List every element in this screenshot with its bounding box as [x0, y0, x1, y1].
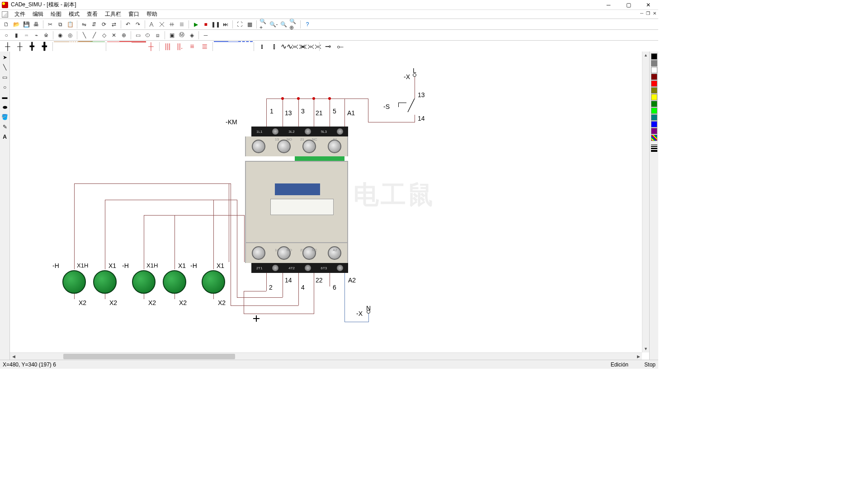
color-black[interactable]	[651, 53, 657, 60]
mdi-icon[interactable]	[2, 11, 8, 18]
comp-motor-icon[interactable]: Ⓜ	[177, 31, 186, 40]
conn-line-dash-icon[interactable]	[67, 42, 79, 52]
scroll-left-icon[interactable]: ◀	[10, 353, 17, 360]
color-teal[interactable]	[651, 114, 657, 121]
cut-icon[interactable]: ✂	[46, 20, 55, 29]
window-fit-icon[interactable]: ⛶	[235, 20, 244, 29]
scroll-up-icon[interactable]: ▲	[642, 52, 649, 59]
comp-filter-icon[interactable]: ※	[42, 31, 51, 40]
flip-v-icon[interactable]: ⇵	[90, 20, 99, 29]
flip-h-icon[interactable]: ⇋	[80, 20, 89, 29]
paint-icon[interactable]: 🪣	[1, 113, 9, 121]
stop-icon[interactable]: ■	[201, 20, 210, 29]
horizontal-scrollbar[interactable]: ◀ ▶	[10, 352, 642, 360]
menu-window[interactable]: 窗口	[125, 9, 143, 19]
menu-mode[interactable]: 模式	[65, 9, 83, 19]
comp-breaker-icon[interactable]: ⎓	[22, 31, 31, 40]
text-icon[interactable]: A	[1, 133, 9, 141]
conn-blue1-icon[interactable]	[215, 42, 227, 52]
comp-coil-icon[interactable]: ▣	[167, 31, 176, 40]
comp-xfmr-icon[interactable]: ◈	[187, 31, 196, 40]
color-olive[interactable]	[651, 87, 657, 94]
menu-view[interactable]: 查看	[83, 9, 101, 19]
menu-draw[interactable]: 绘图	[47, 9, 65, 19]
conn-line-green-icon[interactable]	[92, 42, 104, 52]
maximize-button[interactable]: ▢	[618, 0, 638, 10]
comp-no-icon[interactable]: ╲	[80, 31, 89, 40]
conn-red-cross-icon[interactable]: ┼	[145, 42, 157, 52]
rect-icon[interactable]: ▭	[1, 73, 9, 81]
comp-nc-icon[interactable]: ╱	[90, 31, 99, 40]
conn-cross2-icon[interactable]: ┼	[14, 42, 26, 52]
redo-icon[interactable]: ↷	[133, 20, 142, 29]
mdi-restore-button[interactable]: ❐	[646, 11, 650, 16]
tool-c-icon[interactable]	[167, 20, 176, 29]
tool-b-icon[interactable]	[157, 20, 166, 29]
line-icon[interactable]: ╲	[1, 63, 9, 71]
menu-file[interactable]: 文件	[11, 9, 29, 19]
color-gray[interactable]	[651, 60, 657, 66]
comp-counter-icon[interactable]: ⧇	[153, 31, 162, 40]
comp-switch-icon[interactable]: ◎	[66, 31, 75, 40]
step-icon[interactable]: ⏭	[221, 20, 230, 29]
color-yellow[interactable]	[651, 94, 657, 100]
lineweight-4[interactable]	[651, 150, 657, 152]
copy-icon[interactable]: ⧉	[56, 20, 65, 29]
color-white[interactable]	[651, 67, 657, 73]
conn-bus3-icon[interactable]: |||	[162, 42, 174, 52]
conn-red3-icon[interactable]	[133, 42, 145, 52]
open-icon[interactable]: 📂	[12, 20, 21, 29]
rect-fill-icon[interactable]: ▬	[1, 93, 9, 101]
conn-red2-icon[interactable]	[121, 42, 132, 52]
comp-timer-icon[interactable]: ⏲	[143, 31, 152, 40]
conn-res2-icon[interactable]: ⩙⩙⩙	[305, 42, 317, 52]
conn-cap-icon[interactable]: ⫾	[256, 42, 268, 52]
print-icon[interactable]: 🖶	[32, 20, 41, 29]
color-lime[interactable]	[651, 108, 657, 114]
conn-coil-icon[interactable]: ∿∿	[281, 42, 292, 52]
comp-cross-icon[interactable]: ✕	[109, 31, 118, 40]
conn-blue3-icon[interactable]	[240, 42, 251, 52]
tool-d-icon[interactable]	[177, 20, 186, 29]
zoom-out-icon[interactable]: 🔍-	[269, 20, 278, 29]
vertical-scrollbar[interactable]: ▲ ▼	[642, 52, 649, 352]
conn-line-thick-icon[interactable]	[80, 42, 91, 52]
scroll-right-icon[interactable]: ▶	[635, 353, 642, 360]
pointer-icon[interactable]: ➤	[1, 53, 9, 61]
menu-help[interactable]: 帮助	[143, 9, 161, 19]
conn-list-icon[interactable]: ≡	[186, 42, 198, 52]
minimize-button[interactable]: ─	[599, 0, 618, 10]
comp-change-icon[interactable]: ◇	[99, 31, 108, 40]
window-mode-icon[interactable]: ▦	[245, 20, 254, 29]
pause-icon[interactable]: ❚❚	[211, 20, 220, 29]
hscroll-thumb[interactable]	[63, 354, 235, 359]
menu-toolbar[interactable]: 工具栏	[101, 9, 125, 19]
lineweight-2[interactable]	[651, 146, 657, 147]
pencil-icon[interactable]: ✎	[1, 123, 9, 131]
conn-term-icon[interactable]: ⊸	[322, 42, 334, 52]
new-icon[interactable]: 🗋	[2, 20, 11, 29]
conn-line-thin-icon[interactable]	[55, 42, 67, 52]
mdi-minimize-button[interactable]: ─	[640, 11, 643, 16]
comp-protect-icon[interactable]: ⌁	[32, 31, 41, 40]
canvas[interactable]: 电工鼠	[10, 52, 649, 360]
ellipse-fill-icon[interactable]: ⬬	[1, 103, 9, 111]
paste-icon[interactable]: 📋	[66, 20, 75, 29]
lineweight-3[interactable]	[651, 148, 657, 150]
conn-list2-icon[interactable]: ≣	[198, 42, 210, 52]
comp-fuse-icon[interactable]: ▮	[12, 31, 21, 40]
undo-icon[interactable]: ↶	[123, 20, 132, 29]
zoom-all-icon[interactable]: 🔍⊕	[289, 20, 298, 29]
conn-cross4-icon[interactable]: ╋	[38, 42, 50, 52]
color-green[interactable]	[651, 101, 657, 107]
color-blue[interactable]	[651, 121, 657, 127]
conn-cross3-icon[interactable]: ╋	[26, 42, 38, 52]
lineweight-1[interactable]	[651, 145, 657, 145]
rotate-icon[interactable]: ⟳	[99, 20, 108, 29]
circle-icon[interactable]: ○	[1, 83, 9, 91]
help-icon[interactable]: ?	[303, 20, 312, 29]
close-button[interactable]: ✕	[638, 0, 658, 10]
play-icon[interactable]: ▶	[191, 20, 200, 29]
color-purple[interactable]	[651, 128, 657, 134]
conn-term2-icon[interactable]: ⟜	[334, 42, 346, 52]
